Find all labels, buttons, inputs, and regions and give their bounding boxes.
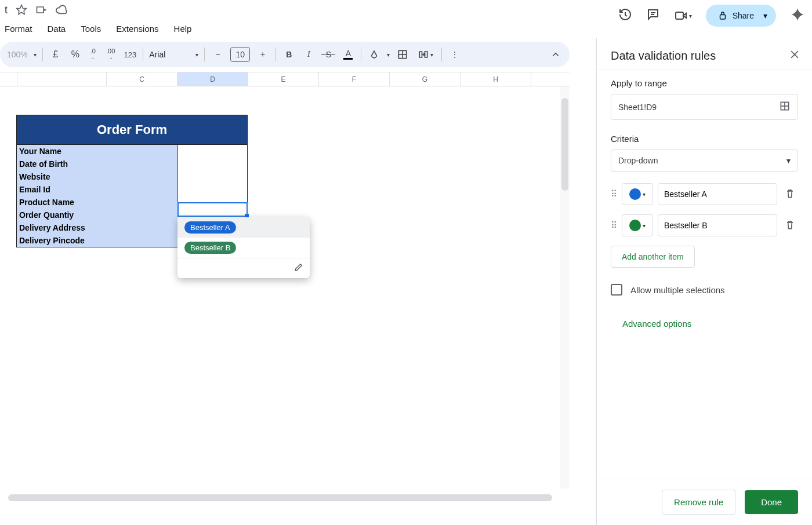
menu-tools[interactable]: Tools bbox=[81, 24, 101, 34]
font-caret-icon[interactable]: ▾ bbox=[195, 52, 198, 58]
collapse-toolbar-icon[interactable] bbox=[549, 49, 563, 60]
col-header-d[interactable]: D bbox=[177, 72, 248, 86]
apply-range-field[interactable]: Sheet1!D9 bbox=[611, 94, 798, 120]
increase-font-icon[interactable]: ＋ bbox=[256, 49, 270, 60]
dropdown-option-1[interactable]: Bestseller A bbox=[177, 217, 310, 238]
input-email[interactable] bbox=[178, 183, 247, 196]
input-website[interactable] bbox=[178, 170, 247, 183]
col-header-f[interactable]: F bbox=[319, 72, 390, 86]
apply-range-label: Apply to range bbox=[611, 78, 798, 88]
text-color-icon[interactable]: A bbox=[341, 49, 355, 60]
option-input-2[interactable] bbox=[658, 214, 777, 236]
meet-icon[interactable]: ▾ bbox=[674, 9, 692, 23]
doc-title-suffix[interactable]: t bbox=[5, 4, 8, 16]
zoom-caret-icon[interactable]: ▾ bbox=[34, 52, 37, 58]
format-number-icon[interactable]: 123 bbox=[123, 50, 137, 59]
share-label: Share bbox=[733, 11, 754, 20]
share-button[interactable]: Share ▾ bbox=[706, 5, 776, 27]
order-form-title: Order Form bbox=[17, 115, 247, 145]
font-family[interactable]: Arial bbox=[149, 50, 190, 59]
spreadsheet-grid[interactable]: C D E F G H Order Form Your Name Date of… bbox=[0, 72, 570, 504]
cell-dropdown-popup: Bestseller A Bestseller B bbox=[177, 217, 310, 278]
label-dob: Date of Birth bbox=[17, 158, 178, 170]
col-header-h[interactable]: H bbox=[461, 72, 531, 86]
font-size[interactable]: 10 bbox=[230, 47, 250, 62]
menu-extensions[interactable]: Extensions bbox=[116, 24, 158, 34]
advanced-options-button[interactable]: Advanced options bbox=[611, 319, 798, 329]
label-pincode: Delivery Pincode bbox=[17, 234, 178, 247]
share-caret-icon[interactable]: ▾ bbox=[759, 11, 771, 20]
decrease-decimal-icon[interactable]: .0← bbox=[88, 48, 98, 61]
option-row-2: ⠿ ▾ bbox=[611, 214, 798, 236]
label-product: Product Name bbox=[17, 196, 178, 209]
separator bbox=[204, 48, 205, 61]
data-validation-panel: Data validation rules Apply to range She… bbox=[596, 38, 812, 525]
horizontal-scrollbar[interactable] bbox=[0, 492, 560, 504]
fill-color-icon[interactable] bbox=[367, 49, 381, 60]
apply-range-value: Sheet1!D9 bbox=[618, 103, 657, 112]
percent-icon[interactable]: % bbox=[68, 49, 82, 60]
remove-rule-button[interactable]: Remove rule bbox=[662, 490, 735, 515]
label-website: Website bbox=[17, 170, 178, 183]
bold-icon[interactable]: B bbox=[282, 50, 296, 59]
dropdown-option-2[interactable]: Bestseller B bbox=[177, 238, 310, 258]
option-input-1[interactable] bbox=[658, 183, 777, 205]
label-email: Email Id bbox=[17, 183, 178, 196]
active-cell-d9[interactable] bbox=[177, 202, 248, 217]
drag-handle-icon[interactable]: ⠿ bbox=[611, 220, 617, 231]
separator bbox=[276, 48, 276, 61]
delete-option-1-icon[interactable] bbox=[782, 188, 798, 201]
criteria-value: Drop-down bbox=[618, 156, 658, 165]
star-icon[interactable] bbox=[16, 4, 27, 16]
col-header-c[interactable]: C bbox=[107, 72, 177, 86]
cloud-icon[interactable] bbox=[55, 3, 68, 16]
comment-icon[interactable] bbox=[646, 8, 660, 24]
chevron-down-icon: ▾ bbox=[786, 156, 791, 165]
delete-option-2-icon[interactable] bbox=[782, 219, 798, 232]
fill-caret-icon[interactable]: ▾ bbox=[387, 52, 390, 58]
currency-icon[interactable]: £ bbox=[49, 49, 63, 60]
chip-bestseller-b: Bestseller B bbox=[184, 242, 236, 254]
menu-data[interactable]: Data bbox=[48, 24, 66, 34]
label-address: Delivery Address bbox=[17, 221, 178, 234]
color-select-1[interactable]: ▾ bbox=[622, 183, 653, 205]
drag-handle-icon[interactable]: ⠿ bbox=[611, 189, 617, 199]
criteria-select[interactable]: Drop-down ▾ bbox=[611, 150, 798, 172]
input-your-name[interactable] bbox=[178, 145, 247, 158]
more-icon[interactable]: ⋮ bbox=[448, 50, 462, 59]
vertical-scrollbar[interactable] bbox=[560, 86, 570, 488]
menu-format[interactable]: Format bbox=[5, 24, 32, 34]
increase-decimal-icon[interactable]: .00→ bbox=[104, 48, 117, 61]
col-header-e[interactable]: E bbox=[248, 72, 319, 86]
input-dob[interactable] bbox=[178, 158, 247, 170]
allow-multiple-label: Allow multiple selections bbox=[630, 285, 725, 295]
column-headers: C D E F G H bbox=[0, 72, 570, 86]
add-item-button[interactable]: Add another item bbox=[611, 246, 695, 268]
borders-icon[interactable] bbox=[396, 49, 409, 60]
allow-multiple-checkbox[interactable] bbox=[611, 284, 622, 296]
dropdown-edit-button[interactable] bbox=[177, 258, 310, 278]
close-icon[interactable] bbox=[789, 49, 800, 63]
separator bbox=[361, 48, 361, 61]
separator bbox=[143, 48, 143, 61]
decrease-font-icon[interactable]: − bbox=[211, 50, 224, 59]
italic-icon[interactable]: I bbox=[302, 50, 316, 59]
top-right-actions: ▾ Share ▾ bbox=[618, 5, 805, 27]
gemini-icon[interactable] bbox=[790, 7, 805, 24]
history-icon[interactable] bbox=[618, 8, 632, 24]
col-header-g[interactable]: G bbox=[390, 72, 461, 86]
done-button[interactable]: Done bbox=[745, 490, 798, 514]
color-select-2[interactable]: ▾ bbox=[622, 214, 653, 236]
move-icon[interactable] bbox=[35, 4, 47, 16]
active-cell-input[interactable] bbox=[180, 203, 235, 216]
separator bbox=[42, 48, 43, 61]
chip-bestseller-a: Bestseller A bbox=[184, 221, 236, 234]
toolbar: 100% ▾ £ % .0← .00→ 123 Arial ▾ − 10 ＋ B… bbox=[0, 42, 570, 67]
label-quantity: Order Quantiy bbox=[17, 209, 178, 221]
select-range-icon[interactable] bbox=[779, 100, 791, 114]
strikethrough-icon[interactable]: S bbox=[321, 50, 335, 59]
menu-help[interactable]: Help bbox=[174, 24, 192, 34]
zoom-level[interactable]: 100% bbox=[7, 50, 28, 59]
merge-cells-icon[interactable]: ▾ bbox=[415, 49, 436, 60]
option-row-1: ⠿ ▾ bbox=[611, 183, 798, 205]
